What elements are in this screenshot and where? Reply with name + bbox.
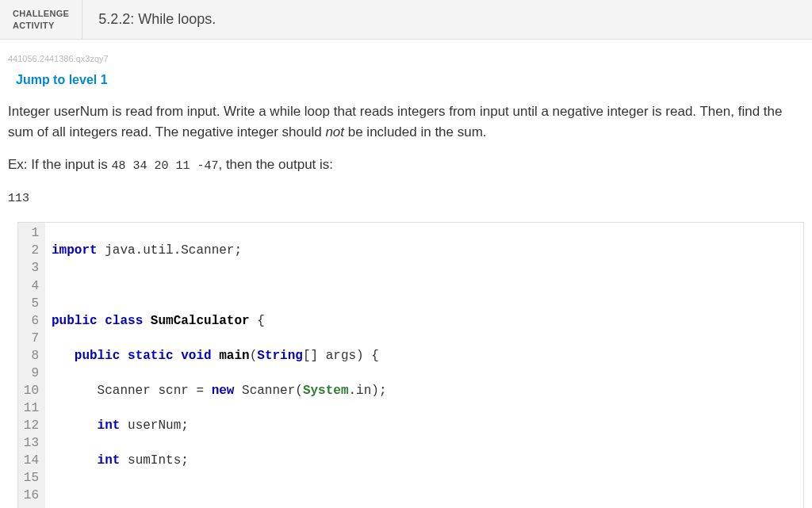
code-line: import java.util.Scanner; xyxy=(52,242,797,259)
code-line: int userNum; xyxy=(52,417,797,434)
line-number-gutter: 1 2 3 4 5 6 7 8 9 10 11 12 13 14 15 16 xyxy=(18,223,45,508)
badge-line-2: ACTIVITY xyxy=(13,20,69,31)
code-line: int sumInts; xyxy=(52,452,797,469)
badge-line-1: CHALLENGE xyxy=(13,8,69,19)
example-input: 48 34 20 11 -47 xyxy=(111,159,218,173)
jump-to-level-link[interactable]: Jump to level 1 xyxy=(0,70,108,101)
code-editor[interactable]: 1 2 3 4 5 6 7 8 9 10 11 12 13 14 15 16 i… xyxy=(17,222,804,508)
code-area[interactable]: import java.util.Scanner; public class S… xyxy=(45,223,803,508)
challenge-header: CHALLENGE ACTIVITY 5.2.2: While loops. xyxy=(0,0,812,40)
code-line xyxy=(52,487,797,504)
code-line: public static void main(String[] args) { xyxy=(52,347,797,365)
example-output: 113 xyxy=(8,186,804,219)
prompt-paragraph-1: Integer userNum is read from input. Writ… xyxy=(8,101,804,143)
code-line: public class SumCalculator { xyxy=(52,312,797,330)
problem-prompt: Integer userNum is read from input. Writ… xyxy=(0,101,812,219)
challenge-badge: CHALLENGE ACTIVITY xyxy=(0,0,82,39)
tracking-id: 441056.2441386.qx3zqy7 xyxy=(0,40,812,70)
code-line xyxy=(52,277,797,295)
code-line: Scanner scnr = new Scanner(System.in); xyxy=(52,382,797,399)
challenge-title: 5.2.2: While loops. xyxy=(82,0,232,39)
prompt-paragraph-2: Ex: If the input is 48 34 20 11 -47, the… xyxy=(8,155,804,175)
emphasis-not: not xyxy=(325,124,344,139)
